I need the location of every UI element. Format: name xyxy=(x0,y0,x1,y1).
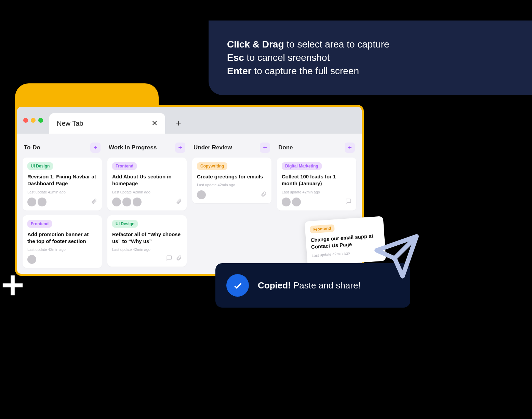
card-tag: UI Design xyxy=(112,220,138,228)
card-meta: Last update 42min ago xyxy=(27,247,97,252)
card-icons xyxy=(91,198,97,206)
clip-icon xyxy=(261,191,267,199)
add-card-button[interactable]: + xyxy=(175,143,185,153)
avatar xyxy=(38,198,46,206)
avatar xyxy=(292,198,301,206)
instr-rest-1: to select area to capture xyxy=(284,39,389,50)
avatar xyxy=(282,198,291,206)
card-tag: Frontend xyxy=(310,224,335,233)
new-tab-button[interactable]: ＋ xyxy=(174,117,183,129)
card-title: Add promotion banner at the top of foote… xyxy=(27,231,97,245)
column-header: Done+ xyxy=(277,140,356,158)
card-tag: Digital Marketing xyxy=(282,162,322,170)
kanban-card[interactable]: FrontendAdd promotion banner at the top … xyxy=(23,215,102,268)
close-tab-icon[interactable]: ✕ xyxy=(151,119,158,128)
crosshair-icon xyxy=(1,273,25,299)
browser-tab[interactable]: New Tab ✕ xyxy=(49,113,165,134)
capture-instructions: Click & Drag to select area to capture E… xyxy=(209,21,532,95)
maximize-window-icon[interactable] xyxy=(38,118,43,123)
avatar-group xyxy=(197,190,206,199)
card-footer xyxy=(112,198,182,206)
add-card-button[interactable]: + xyxy=(90,143,101,153)
column-title: Under Review xyxy=(194,144,232,151)
card-footer xyxy=(282,198,351,206)
add-card-button[interactable]: + xyxy=(260,143,270,153)
clip-icon xyxy=(91,198,97,206)
toast-bold: Copied! xyxy=(258,280,291,290)
kanban-card[interactable]: FrontendAdd About Us section in homepage… xyxy=(107,158,187,211)
card-footer xyxy=(112,255,182,262)
card-meta: Last update 42min ago xyxy=(197,183,267,187)
card-meta: Last update 42min ago xyxy=(27,190,97,194)
card-tag: UI Design xyxy=(27,162,53,170)
chat-icon xyxy=(166,255,172,262)
avatar xyxy=(27,255,36,264)
chat-icon xyxy=(345,198,351,206)
card-title: Change our email supp at Contact Us Page xyxy=(310,232,380,251)
add-card-button[interactable]: + xyxy=(345,143,355,153)
card-title: Collect 100 leads for 1 month (January) xyxy=(282,173,351,187)
avatar-group xyxy=(282,198,301,206)
close-window-icon[interactable] xyxy=(23,118,28,123)
kanban-card[interactable]: Digital MarketingCollect 100 leads for 1… xyxy=(277,158,356,211)
toast-rest: Paste and share! xyxy=(291,280,361,290)
column-title: To-Do xyxy=(24,144,40,151)
column: Work In Progress+FrontendAdd About Us se… xyxy=(105,140,189,273)
column-header: To-Do+ xyxy=(23,140,102,158)
card-tag: Frontend xyxy=(27,220,52,228)
kanban-card[interactable]: UI DesignRevision 1: Fixing Navbar at Da… xyxy=(23,158,102,211)
avatar-group xyxy=(27,255,36,264)
card-meta: Last update 42min ago xyxy=(112,247,182,252)
window-controls xyxy=(23,118,43,123)
check-icon xyxy=(226,274,249,297)
card-title: Create greetings for emails xyxy=(197,173,267,180)
column: To-Do+UI DesignRevision 1: Fixing Navbar… xyxy=(20,140,105,273)
card-icons xyxy=(166,255,182,262)
card-meta: Last update 42min ago xyxy=(112,190,182,194)
card-footer xyxy=(27,198,97,206)
card-footer xyxy=(197,190,267,199)
avatar xyxy=(133,198,142,206)
kanban-card[interactable]: CopywritingCreate greetings for emailsLa… xyxy=(192,158,271,203)
card-tag: Frontend xyxy=(112,162,137,170)
column-title: Done xyxy=(278,144,293,151)
column-title: Work In Progress xyxy=(109,144,157,151)
instr-bold-1: Click & Drag xyxy=(227,39,284,50)
clip-icon xyxy=(176,198,182,206)
paper-plane-icon xyxy=(373,232,421,282)
card-icons xyxy=(176,198,182,206)
instr-bold-2: Esc xyxy=(227,52,244,63)
column-header: Work In Progress+ xyxy=(107,140,187,158)
column: Under Review+CopywritingCreate greetings… xyxy=(189,140,274,273)
avatar xyxy=(122,198,131,206)
instr-bold-3: Enter xyxy=(227,66,252,76)
card-icons xyxy=(345,198,351,206)
avatar-group xyxy=(112,198,142,206)
card-footer xyxy=(27,255,97,264)
tab-label: New Tab xyxy=(57,120,83,127)
card-title: Revision 1: Fixing Navbar at Dashboard P… xyxy=(27,173,97,187)
browser-chrome: New Tab ✕ ＋ xyxy=(17,107,362,134)
card-icons xyxy=(261,191,267,199)
kanban-card[interactable]: UI DesignRefactor all of “Why choose us”… xyxy=(107,215,187,267)
clip-icon xyxy=(176,255,182,262)
card-meta: Last update 42min ago xyxy=(282,190,351,194)
avatar xyxy=(112,198,121,206)
avatar xyxy=(27,198,36,206)
card-tag: Copywriting xyxy=(197,162,227,170)
minimize-window-icon[interactable] xyxy=(31,118,36,123)
instr-rest-2: to cancel sreenshot xyxy=(244,52,330,63)
avatar xyxy=(197,190,206,199)
toast-text: Copied! Paste and share! xyxy=(258,280,361,291)
card-title: Add About Us section in homepage xyxy=(112,173,182,187)
avatar-group xyxy=(27,198,46,206)
column-header: Under Review+ xyxy=(192,140,271,158)
card-title: Refactor all of “Why choose us” to “Why … xyxy=(112,231,182,245)
instr-rest-3: to capture the full screen xyxy=(252,66,359,76)
